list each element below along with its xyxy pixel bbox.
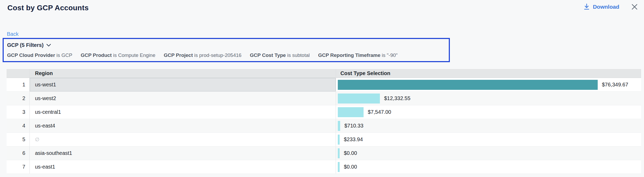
cost-report-panel: Cost by GCP Accounts Download Back GCP (… [0, 0, 644, 177]
cost-value-label: $0.00 [344, 164, 357, 170]
table-row[interactable]: 4us-east4$710.33 [7, 119, 641, 133]
cost-bar [338, 94, 380, 104]
cost-bar-cell[interactable]: $12,332.55 [336, 92, 641, 105]
region-label: asia-southeast1 [35, 150, 72, 156]
cost-value-label: $233.94 [344, 136, 363, 142]
region-label: us-west2 [35, 95, 56, 101]
row-number: 3 [7, 105, 29, 119]
region-cell[interactable]: us-east4 [29, 119, 336, 132]
region-column-header[interactable]: Region [29, 69, 336, 78]
table-row[interactable]: 2us-west2$12,332.55 [7, 92, 641, 105]
filter-condition: is prod-setup-205416 [193, 52, 242, 58]
table-row[interactable]: 1us-west1$76,349.67 [7, 78, 641, 92]
cost-bar [338, 162, 340, 172]
row-number: 5 [7, 133, 29, 146]
row-number: 4 [7, 119, 29, 132]
table-body: 1us-west1$76,349.672us-west2$12,332.553u… [7, 78, 641, 174]
region-label: us-east4 [35, 123, 55, 129]
filter-condition: is Compute Engine [112, 52, 155, 58]
filter-condition: is "-90" [380, 52, 398, 58]
filter-item: GCP Cost Type is subtotal [250, 52, 310, 58]
download-label: Download [593, 4, 619, 10]
cost-bar [338, 107, 364, 117]
cost-value-label: $12,332.55 [384, 95, 410, 101]
cost-bar [338, 135, 340, 145]
region-cell[interactable]: us-central1 [29, 105, 336, 119]
cost-bar-cell[interactable]: $0.00 [336, 146, 641, 160]
filter-list: GCP Cloud Provider is GCPGCP Product is … [7, 52, 449, 58]
filter-condition: is subtotal [286, 52, 310, 58]
filter-summary-label: GCP (5 Filters) [7, 42, 44, 48]
region-cell[interactable]: us-west2 [29, 92, 336, 105]
cost-bar-cell[interactable]: $7,547.00 [336, 105, 641, 119]
cost-bar-cell[interactable]: $0.00 [336, 160, 641, 174]
region-cell[interactable]: us-east1 [29, 160, 336, 174]
region-cell[interactable]: us-west1 [29, 78, 336, 91]
cost-bar [338, 148, 340, 158]
filter-item: GCP Project is prod-setup-205416 [164, 52, 241, 58]
filter-summary-dropdown[interactable]: GCP (5 Filters) [7, 42, 51, 48]
filter-item: GCP Product is Compute Engine [81, 52, 155, 58]
row-number: 7 [7, 160, 29, 174]
region-cell[interactable]: asia-southeast1 [29, 146, 336, 160]
row-number: 6 [7, 146, 29, 160]
close-icon [631, 3, 638, 11]
download-button[interactable]: Download [582, 3, 621, 11]
table-row[interactable]: 3us-central1$7,547.00 [7, 105, 641, 119]
cost-bar-cell[interactable]: $710.33 [336, 119, 641, 132]
table-row[interactable]: 7us-east1$0.00 [7, 160, 641, 174]
region-cell[interactable]: ∅ [29, 133, 336, 146]
header-actions: Download [582, 2, 639, 12]
table-header-row: Region Cost Type Selection [7, 69, 641, 78]
cost-value-label: $710.33 [344, 123, 363, 129]
row-number: 2 [7, 92, 29, 105]
cost-bar [338, 121, 340, 131]
filter-item: GCP Cloud Provider is GCP [7, 52, 72, 58]
cost-value-label: $0.00 [344, 150, 357, 156]
region-label: us-central1 [35, 109, 61, 115]
row-number-header [7, 69, 29, 78]
cost-value-label: $76,349.67 [602, 82, 628, 88]
cost-table: Region Cost Type Selection 1us-west1$76,… [7, 69, 641, 174]
filter-item: GCP Reporting Timeframe is "-90" [318, 52, 398, 58]
filter-field: GCP Cloud Provider [7, 52, 55, 58]
filter-field: GCP Reporting Timeframe [318, 52, 380, 58]
page-title: Cost by GCP Accounts [7, 4, 89, 12]
cost-value-label: $7,547.00 [368, 109, 391, 115]
cost-bar-cell[interactable]: $233.94 [336, 133, 641, 146]
row-number: 1 [7, 78, 29, 91]
filter-field: GCP Product [81, 52, 112, 58]
chevron-down-icon [46, 44, 51, 47]
filter-field: GCP Cost Type [250, 52, 286, 58]
filter-condition: is GCP [55, 52, 72, 58]
region-label: us-west1 [35, 82, 56, 88]
close-button[interactable] [630, 2, 639, 12]
cost-bar [338, 80, 598, 90]
table-row[interactable]: 6asia-southeast1$0.00 [7, 146, 641, 160]
cost-column-header[interactable]: Cost Type Selection [336, 69, 641, 78]
region-label: us-east1 [35, 164, 55, 170]
filter-box: GCP (5 Filters) GCP Cloud Provider is GC… [3, 38, 450, 62]
back-link[interactable]: Back [7, 31, 18, 37]
filter-field: GCP Project [164, 52, 193, 58]
table-row[interactable]: 5∅$233.94 [7, 133, 641, 146]
cost-bar-cell[interactable]: $76,349.67 [336, 78, 641, 91]
download-icon [583, 3, 590, 10]
empty-value-symbol: ∅ [35, 136, 39, 142]
